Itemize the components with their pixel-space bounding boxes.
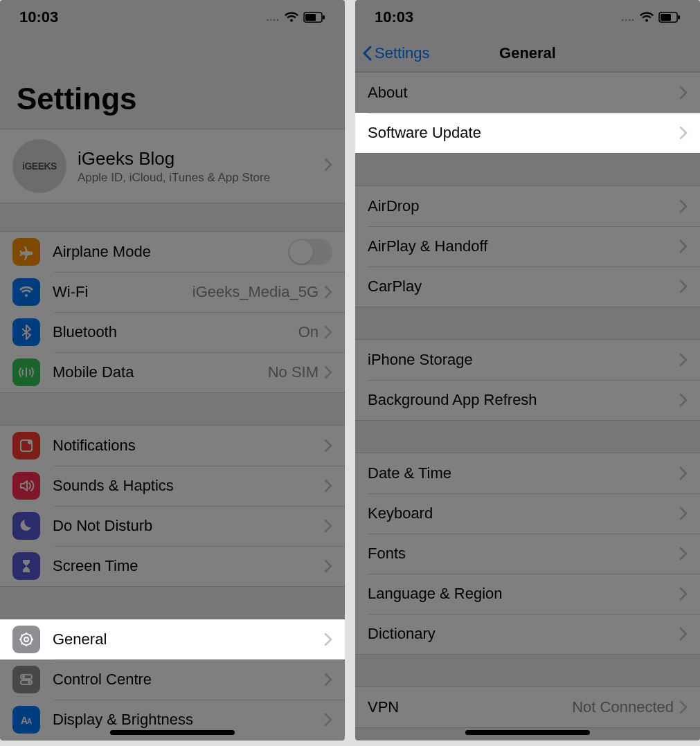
settings-screen: 10:03 .... Settings iGEEKS iGeeks Blog A…	[0, 0, 345, 740]
status-bar: 10:03 ....	[0, 0, 345, 35]
svg-rect-1	[305, 14, 316, 21]
svg-point-8	[22, 675, 25, 678]
general-row[interactable]: General	[0, 619, 345, 659]
back-button[interactable]: Settings	[355, 44, 430, 62]
chevron-right-icon	[324, 325, 332, 339]
account-subtitle: Apple ID, iCloud, iTunes & App Store	[78, 171, 324, 185]
page-title: Settings	[0, 35, 345, 129]
chevron-right-icon	[679, 627, 688, 641]
wifi-row[interactable]: Wi-Fi iGeeks_Media_5G	[0, 272, 345, 312]
dnd-label: Do Not Disturb	[53, 517, 324, 535]
airplane-mode-row[interactable]: Airplane Mode	[0, 232, 345, 272]
notifications-row[interactable]: Notifications	[0, 426, 345, 466]
sounds-row[interactable]: Sounds & Haptics	[0, 466, 345, 506]
date-time-row[interactable]: Date & Time	[355, 453, 700, 493]
vpn-value: Not Connected	[572, 698, 674, 716]
chevron-right-icon	[679, 547, 688, 561]
language-row[interactable]: Language & Region	[355, 574, 700, 614]
status-right: ....	[621, 12, 681, 23]
connectivity-group: Airplane Mode Wi-Fi iGeeks_Media_5G Blue…	[0, 231, 345, 393]
home-indicator[interactable]	[110, 730, 235, 735]
carplay-row[interactable]: CarPlay	[355, 266, 700, 307]
avatar: iGEEKS	[12, 139, 66, 193]
lang-label: Language & Region	[368, 585, 679, 603]
chevron-right-icon	[679, 393, 688, 407]
chevron-right-icon	[324, 365, 332, 379]
software-update-row[interactable]: Software Update	[355, 113, 700, 153]
storage-group: iPhone Storage Background App Refresh	[355, 339, 700, 421]
gear-icon	[12, 626, 40, 653]
bluetooth-value: On	[298, 323, 318, 341]
chevron-right-icon	[679, 126, 688, 140]
chevron-right-icon	[679, 466, 688, 480]
cellular-icon	[12, 358, 40, 386]
wifi-label: Wi-Fi	[53, 283, 192, 301]
fonts-label: Fonts	[368, 545, 679, 563]
vpn-label: VPN	[368, 698, 572, 716]
status-bar: 10:03 ....	[355, 0, 700, 35]
svg-point-4	[28, 440, 32, 444]
chevron-right-icon	[324, 559, 332, 573]
about-row[interactable]: About	[355, 73, 700, 113]
fonts-row[interactable]: Fonts	[355, 534, 700, 574]
chevron-right-icon	[679, 86, 688, 100]
mobile-value: No SIM	[268, 363, 318, 381]
mobile-label: Mobile Data	[53, 363, 268, 381]
storage-row[interactable]: iPhone Storage	[355, 340, 700, 380]
system-group: General Control Centre AA Display & Brig…	[0, 619, 345, 740]
airplane-label: Airplane Mode	[53, 243, 288, 261]
mobile-data-row[interactable]: Mobile Data No SIM	[0, 352, 345, 392]
carplay-label: CarPlay	[368, 278, 679, 295]
vpn-group: VPN Not Connected	[355, 686, 700, 728]
battery-icon	[303, 12, 325, 23]
control-label: Control Centre	[53, 671, 324, 689]
apple-id-row[interactable]: iGEEKS iGeeks Blog Apple ID, iCloud, iTu…	[0, 129, 345, 203]
chevron-right-icon	[324, 479, 332, 493]
chevron-right-icon	[324, 285, 332, 299]
airdrop-row[interactable]: AirDrop	[355, 186, 700, 226]
dictionary-row[interactable]: Dictionary	[355, 614, 700, 654]
chevron-right-icon	[679, 199, 688, 213]
text-size-icon: AA	[12, 706, 40, 734]
svg-text:A: A	[27, 718, 32, 725]
chevron-right-icon	[324, 158, 332, 174]
home-indicator[interactable]	[465, 730, 590, 735]
wifi-icon	[284, 12, 299, 23]
chevron-right-icon	[324, 673, 332, 686]
airplane-toggle[interactable]	[288, 239, 332, 265]
bg-label: Background App Refresh	[368, 391, 679, 409]
bg-refresh-row[interactable]: Background App Refresh	[355, 380, 700, 420]
keyboard-row[interactable]: Keyboard	[355, 493, 700, 534]
sounds-icon	[12, 472, 40, 500]
status-time: 10:03	[19, 8, 58, 26]
bluetooth-label: Bluetooth	[53, 323, 298, 341]
airdrop-label: AirDrop	[368, 197, 679, 215]
switches-icon	[12, 666, 40, 693]
svg-point-6	[24, 637, 28, 642]
moon-icon	[12, 512, 40, 540]
vpn-row[interactable]: VPN Not Connected	[355, 687, 700, 727]
date-label: Date & Time	[368, 464, 679, 482]
wifi-icon	[639, 12, 654, 23]
connectivity-group: AirDrop AirPlay & Handoff CarPlay	[355, 185, 700, 307]
dnd-row[interactable]: Do Not Disturb	[0, 506, 345, 546]
chevron-right-icon	[679, 700, 688, 714]
notifications-icon	[12, 432, 40, 460]
chevron-right-icon	[324, 519, 332, 533]
keyboard-label: Keyboard	[368, 504, 679, 522]
chevron-right-icon	[679, 280, 688, 293]
svg-point-10	[28, 681, 30, 684]
chevron-right-icon	[679, 353, 688, 367]
svg-rect-14	[661, 14, 671, 21]
bluetooth-row[interactable]: Bluetooth On	[0, 312, 345, 352]
svg-rect-2	[323, 15, 325, 19]
airplane-icon	[12, 238, 40, 266]
nav-bar: Settings General	[355, 35, 700, 72]
airplay-row[interactable]: AirPlay & Handoff	[355, 226, 700, 266]
screentime-row[interactable]: Screen Time	[0, 546, 345, 586]
general-screen: 10:03 .... Settings General About Softwa…	[355, 0, 700, 740]
wifi-value: iGeeks_Media_5G	[192, 283, 318, 301]
chevron-right-icon	[679, 507, 688, 520]
chevron-left-icon	[362, 45, 373, 62]
control-centre-row[interactable]: Control Centre	[0, 659, 345, 700]
